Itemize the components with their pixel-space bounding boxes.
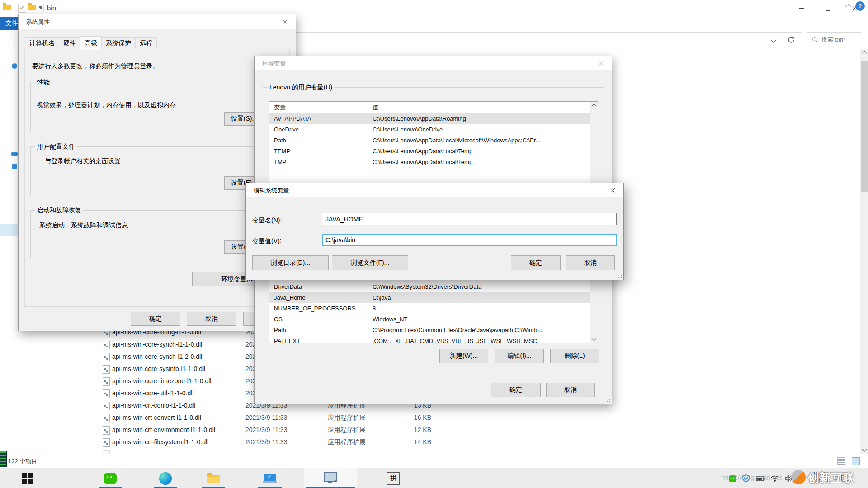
- table-header[interactable]: 变量 值: [269, 102, 598, 113]
- chevron-down-icon: [591, 336, 596, 341]
- delete-variable-button[interactable]: 删除(L): [550, 349, 599, 363]
- variable-name-input[interactable]: JAVA_HOME: [322, 213, 617, 225]
- user-variable-row[interactable]: TMP C:\Users\Lenovo\AppData\Local\Temp: [269, 157, 598, 168]
- system-variable-row[interactable]: OS Windows_NT: [269, 314, 591, 325]
- browse-file-button[interactable]: 浏览文件(F)...: [332, 255, 408, 270]
- taskbar-wechat-button[interactable]: [96, 468, 124, 488]
- file-row[interactable]: api-ms-win-crt-environment-l1-1-0.dll 20…: [0, 424, 859, 436]
- tray-wechat-icon[interactable]: [728, 474, 737, 483]
- cancel-button[interactable]: 取消: [566, 255, 615, 270]
- tab-remote[interactable]: 远程: [135, 37, 157, 50]
- tab-system-protection[interactable]: 系统保护: [101, 37, 136, 50]
- browse-directory-button[interactable]: 浏览目录(D)...: [252, 255, 329, 270]
- taskbar-laptop-app-button[interactable]: [256, 468, 284, 488]
- dialog-titlebar[interactable]: 编辑系统变量: [246, 183, 623, 197]
- group-label: 用户配置文件: [35, 143, 77, 151]
- cancel-button[interactable]: 取消: [187, 312, 236, 326]
- scrollbar-thumb[interactable]: [861, 61, 868, 192]
- close-button[interactable]: [591, 56, 611, 70]
- taskbar-system-properties-button[interactable]: [304, 468, 357, 488]
- ok-button[interactable]: 确定: [511, 255, 561, 270]
- clock-time: 11:49: [803, 471, 835, 478]
- dll-file-icon: [103, 365, 110, 374]
- tray-battery-icon[interactable]: [756, 474, 765, 483]
- dialog-titlebar[interactable]: 系统属性: [19, 14, 296, 29]
- taskbar-separator: [377, 472, 377, 485]
- new-variable-button[interactable]: 新建(W)...: [439, 349, 488, 363]
- taskbar-explorer-button[interactable]: [199, 468, 227, 488]
- tab-advanced[interactable]: 高级: [80, 36, 102, 50]
- scroll-up-button[interactable]: [590, 102, 598, 109]
- edit-variable-button[interactable]: 编辑(I)...: [495, 349, 544, 363]
- column-variable[interactable]: 变量: [274, 103, 286, 112]
- action-center-icon[interactable]: [841, 474, 850, 483]
- laptop-check-icon: [264, 474, 276, 482]
- ok-button[interactable]: 确定: [491, 383, 541, 397]
- dll-file-icon: [103, 341, 110, 349]
- dialog-titlebar[interactable]: 环境变量: [255, 56, 612, 70]
- file-name: api-ms-win-core-synch-l1-2-0.dll: [112, 353, 202, 360]
- system-variable-row[interactable]: DriverData C:\Windows\System32\Drivers\D…: [269, 282, 591, 292]
- close-button[interactable]: [603, 183, 623, 197]
- variable-name: TMP: [274, 159, 286, 165]
- file-date: 2021/3/9 11:33: [245, 438, 287, 446]
- dll-file-icon: [103, 353, 110, 361]
- tray-wifi-icon[interactable]: [770, 474, 779, 483]
- file-size: 12 KB: [410, 426, 431, 433]
- file-name: api-ms-win-crt-filesystem-l1-1-0.dll: [112, 438, 208, 446]
- tray-shield-icon[interactable]: [741, 474, 750, 483]
- taskbar-edge-button[interactable]: [151, 468, 179, 488]
- variable-value-input[interactable]: C:\java\bin: [322, 234, 617, 246]
- windows-logo-icon: [22, 473, 33, 484]
- taskbar-clock[interactable]: 11:49 2021/3/9: [803, 471, 835, 485]
- file-name: api-ms-win-core-synch-l1-1-0.dll: [112, 341, 202, 348]
- cancel-button[interactable]: 取消: [546, 383, 595, 397]
- user-variables-table[interactable]: 变量 值 AV_APPDATA C:\Users\Lenovo\AppData\…: [269, 101, 598, 183]
- system-variable-row[interactable]: Path C:\Program Files\Common Files\Oracl…: [269, 325, 591, 336]
- column-value[interactable]: 值: [373, 103, 378, 112]
- chevron-down-icon: [862, 446, 867, 451]
- file-name: api-ms-win-core-timezone-l1-1-0.dll: [112, 377, 211, 385]
- system-variable-row[interactable]: PATHEXT .COM;.EXE;.BAT;.CMD;.VBS;.VBE;.J…: [269, 336, 591, 343]
- resize-grip[interactable]: [618, 274, 622, 278]
- dll-file-icon: [103, 377, 110, 386]
- variable-value: C:\Program Files\Common Files\Oracle\Jav…: [373, 327, 544, 333]
- close-button[interactable]: [275, 15, 295, 28]
- item-count: 122 个项目: [8, 457, 37, 465]
- thumbnail-view-icon[interactable]: [852, 457, 860, 465]
- dll-file-icon: [103, 438, 110, 447]
- dialog-title: 编辑系统变量: [254, 187, 289, 195]
- start-button[interactable]: [14, 468, 42, 488]
- scroll-down-button[interactable]: [860, 446, 868, 454]
- background-app-edge[interactable]: [0, 451, 7, 467]
- ime-indicator[interactable]: 拼: [383, 468, 403, 488]
- edge-browser-icon: [159, 472, 172, 485]
- tray-speaker-icon[interactable]: [784, 474, 793, 483]
- variable-value: C:\Users\Lenovo\OneDrive: [373, 126, 443, 133]
- user-profiles-desc: 与登录帐户相关的桌面设置: [45, 157, 121, 165]
- user-variable-row[interactable]: AV_APPDATA C:\Users\Lenovo\AppData\Roami…: [269, 113, 598, 124]
- performance-desc: 视觉效果，处理器计划，内存使用，以及虚拟内存: [37, 101, 176, 109]
- details-view-icon[interactable]: [837, 457, 845, 465]
- variable-value: C:\Users\Lenovo\AppData\Local\Microsoft\…: [373, 137, 540, 144]
- file-row[interactable]: api-ms-win-crt-filesystem-l1-1-0.dll 202…: [0, 436, 859, 449]
- vertical-scrollbar[interactable]: [860, 49, 868, 454]
- variable-value: C:\Users\Lenovo\AppData\Local\Temp: [373, 159, 472, 165]
- dialog-title: 环境变量: [262, 60, 286, 68]
- file-row[interactable]: api-ms-win-crt-convert-l1-1-0.dll 2021/3…: [0, 412, 859, 424]
- user-variable-row[interactable]: Path C:\Users\Lenovo\AppData\Local\Micro…: [269, 135, 598, 146]
- variable-name: DriverData: [274, 283, 302, 290]
- resize-grip[interactable]: [606, 398, 610, 403]
- file-type: 应用程序扩展: [328, 438, 366, 446]
- ok-button[interactable]: 确定: [131, 312, 180, 326]
- scroll-up-button[interactable]: [860, 49, 868, 56]
- scroll-down-button[interactable]: [590, 335, 598, 343]
- table-scrollbar[interactable]: [590, 102, 598, 183]
- tab-hardware[interactable]: 硬件: [59, 37, 80, 50]
- tab-strip: 计算机名 硬件 高级 系统保护 远程: [25, 37, 156, 49]
- system-variable-row[interactable]: Java_Home C:\java: [269, 292, 591, 303]
- user-variable-row[interactable]: OneDrive C:\Users\Lenovo\OneDrive: [269, 124, 598, 135]
- tab-computer-name[interactable]: 计算机名: [25, 37, 59, 50]
- user-variable-row[interactable]: TEMP C:\Users\Lenovo\AppData\Local\Temp: [269, 146, 598, 157]
- system-variable-row[interactable]: NUMBER_OF_PROCESSORS 8: [269, 303, 591, 314]
